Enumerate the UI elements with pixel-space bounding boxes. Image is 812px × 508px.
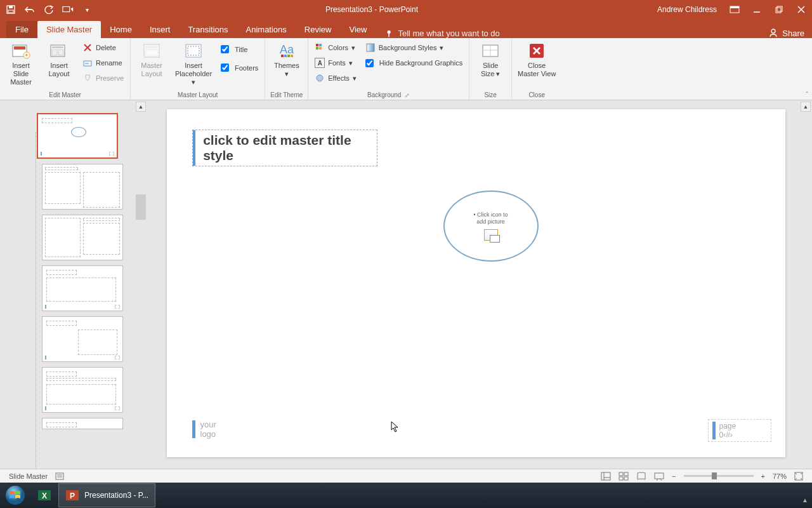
effects-button[interactable]: Effects ▾ xyxy=(313,71,357,85)
zoom-in-button[interactable]: + xyxy=(757,469,769,483)
maximize-icon[interactable] xyxy=(768,0,790,19)
background-launcher-icon[interactable]: ⤢ xyxy=(405,92,410,98)
share-label: Share xyxy=(782,29,804,38)
svg-rect-3 xyxy=(63,7,70,12)
svg-rect-12 xyxy=(389,34,390,37)
master-layout-button: Master Layout xyxy=(136,41,167,78)
canvas-scroll-up-icon[interactable]: ▲ xyxy=(801,102,811,112)
footers-checkbox[interactable]: Footers xyxy=(219,61,259,75)
tab-insert[interactable]: Insert xyxy=(141,21,180,38)
tell-me-search[interactable]: Tell me what you want to do xyxy=(385,29,499,38)
quick-access-toolbar: ▾ xyxy=(0,4,93,15)
picture-placeholder-oval[interactable]: Click icon to add picture xyxy=(443,190,539,262)
tab-file[interactable]: File xyxy=(6,21,37,38)
tell-me-label: Tell me what you want to do xyxy=(398,29,499,38)
notes-icon[interactable] xyxy=(51,469,68,483)
layout-thumbnail[interactable] xyxy=(42,265,123,311)
colors-button[interactable]: Colors ▾ xyxy=(313,41,357,55)
preserve-button: Preserve xyxy=(81,71,125,85)
group-edit-theme: Aa Themes▾ Edit Theme xyxy=(265,38,308,100)
title-bar: ▾ Presentation3 - PowerPoint Andrew Chil… xyxy=(0,0,812,19)
insert-slide-master-button[interactable]: ✦ Insert Slide Master xyxy=(5,41,37,87)
footer-page-placeholder[interactable]: page0‹#› xyxy=(708,419,771,442)
svg-text:X: X xyxy=(42,491,47,500)
title-placeholder-text: click to edit master title style xyxy=(200,130,376,166)
normal-view-icon[interactable] xyxy=(597,469,615,483)
svg-rect-58 xyxy=(655,473,664,479)
fit-to-window-icon[interactable] xyxy=(790,469,807,483)
status-view-label: Slide Master xyxy=(5,469,51,483)
slideshow-view-icon[interactable] xyxy=(650,469,668,483)
slide-master-canvas[interactable]: click to edit master title style Click i… xyxy=(167,109,785,457)
svg-rect-35 xyxy=(291,55,293,57)
slide-sorter-view-icon[interactable] xyxy=(615,469,632,483)
svg-rect-20 xyxy=(52,50,57,55)
save-icon[interactable] xyxy=(5,4,16,15)
window-title: Presentation3 - PowerPoint xyxy=(93,5,651,14)
zoom-out-button[interactable]: − xyxy=(668,469,679,483)
svg-text:Aa: Aa xyxy=(280,43,294,56)
svg-point-11 xyxy=(388,30,391,33)
svg-rect-5 xyxy=(730,6,739,8)
share-button[interactable]: Share xyxy=(768,28,804,38)
svg-rect-19 xyxy=(52,46,63,48)
collapse-ribbon-icon[interactable]: ˆ xyxy=(806,91,808,98)
hide-bg-graphics-checkbox[interactable]: Hide Background Graphics xyxy=(364,56,464,70)
layout-thumbnail[interactable] xyxy=(42,215,123,260)
user-name[interactable]: Andrew Childress xyxy=(651,5,723,14)
redo-icon[interactable] xyxy=(43,4,55,15)
fonts-button[interactable]: AFonts ▾ xyxy=(313,56,357,70)
tab-slide-master[interactable]: Slide Master xyxy=(37,21,101,38)
customize-qat-icon[interactable]: ▾ xyxy=(81,4,93,15)
rename-button[interactable]: Rename xyxy=(81,56,125,70)
ribbon-tabs: File Slide Master Home Insert Transition… xyxy=(0,19,812,38)
svg-rect-7 xyxy=(776,8,781,13)
taskbar-powerpoint-button[interactable]: P Presentation3 - P... xyxy=(58,483,155,507)
close-master-view-button[interactable]: Close Master View xyxy=(517,41,556,78)
tab-review[interactable]: Review xyxy=(296,21,341,38)
themes-button[interactable]: Aa Themes▾ xyxy=(271,41,303,78)
thumb-scroll-up-icon[interactable]: ▲ xyxy=(136,102,146,112)
tab-home[interactable]: Home xyxy=(101,21,141,38)
show-desktop-icon[interactable]: ▲ xyxy=(802,497,809,504)
start-button[interactable] xyxy=(0,483,30,508)
svg-rect-2 xyxy=(8,10,13,13)
zoom-level[interactable]: 77% xyxy=(769,469,790,483)
layout-thumbnail[interactable] xyxy=(42,418,123,429)
slide-master-thumbnail[interactable] xyxy=(37,113,118,159)
minimize-icon[interactable] xyxy=(745,0,768,19)
thumb-scrollbar-thumb[interactable] xyxy=(136,194,146,220)
background-styles-button[interactable]: Background Styles ▾ xyxy=(364,41,464,55)
footer-logo-placeholder[interactable]: your logo xyxy=(192,420,216,439)
start-from-beginning-icon[interactable] xyxy=(62,4,74,15)
taskbar-excel-button[interactable]: X xyxy=(30,483,58,507)
thumbnail-panel: ▲ xyxy=(0,100,147,483)
svg-rect-36 xyxy=(316,44,318,46)
insert-placeholder-button[interactable]: Insert Placeholder ▾ xyxy=(174,41,213,87)
layout-thumbnail[interactable] xyxy=(42,367,123,413)
tab-view[interactable]: View xyxy=(340,21,376,38)
svg-rect-56 xyxy=(619,477,623,480)
close-icon[interactable] xyxy=(790,0,812,19)
insert-layout-button[interactable]: Insert Layout xyxy=(43,41,75,78)
tab-transitions[interactable]: Transitions xyxy=(179,21,237,38)
svg-rect-33 xyxy=(284,55,287,57)
tab-animations[interactable]: Animations xyxy=(237,21,296,38)
layout-thumbnail[interactable] xyxy=(42,316,123,362)
title-checkbox[interactable]: Title xyxy=(219,43,259,57)
delete-button[interactable]: Delete xyxy=(81,41,125,55)
undo-icon[interactable] xyxy=(24,4,36,15)
slide-canvas-area: ▲ click to edit master title style Click… xyxy=(147,100,812,483)
slide-size-button[interactable]: Slide Size ▾ xyxy=(475,41,506,78)
ribbon-display-options-icon[interactable] xyxy=(723,0,745,19)
svg-text:P: P xyxy=(70,491,75,500)
svg-rect-54 xyxy=(619,472,623,476)
insert-picture-icon[interactable] xyxy=(484,229,498,241)
title-placeholder[interactable]: click to edit master title style xyxy=(192,130,377,166)
picture-placeholder-text: Click icon to add picture xyxy=(473,211,508,225)
svg-rect-1 xyxy=(9,6,13,8)
layout-thumbnail[interactable] xyxy=(42,164,123,210)
reading-view-icon[interactable] xyxy=(632,469,650,483)
zoom-slider[interactable] xyxy=(684,475,754,477)
status-bar: Slide Master − + 77% xyxy=(0,469,812,483)
